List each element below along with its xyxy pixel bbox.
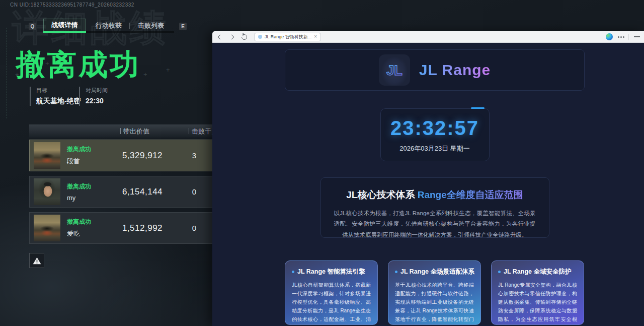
bullet-dot-icon <box>395 271 397 273</box>
clock-card: 23:32:57 2026年03月23日 星期一 <box>380 108 490 161</box>
player-row[interactable]: 撤离成功 爱吃 1,512,992 0 <box>29 212 240 244</box>
browser-window: JL Range 智领科技新... × <box>212 31 644 326</box>
page-content: JL JL Range 23:32:57 2026年03月23日 星期一 JL核… <box>285 49 585 325</box>
card-title-text: JL Range 智能算法引擎 <box>297 268 365 276</box>
column-header-value: 带出价值 <box>123 127 149 136</box>
brand-header-card: JL JL Range <box>285 49 585 91</box>
section-title-accent: Range全维度自适应范围 <box>418 189 523 200</box>
section-card: JL核心技术体系 Range全维度自适应范围 以JL核心技术为根基，打造JL R… <box>320 177 549 238</box>
tab-favicon-icon <box>258 35 262 39</box>
toolbar-right <box>606 33 640 40</box>
warning-icon <box>32 256 42 266</box>
feature-card-adaptation: JL Range 全场景适配体系 基于JL核心技术的跨平台、跨终端适配能力，打通… <box>388 260 481 325</box>
decor-plus: + <box>143 71 147 78</box>
section-title: JL核心技术体系 Range全维度自适应范围 <box>334 188 536 202</box>
info-match-time: 对局时间 22:30 <box>79 87 139 106</box>
bullet-dot-icon <box>292 271 294 273</box>
card-title: JL Range 智能算法引擎 <box>292 268 371 276</box>
browser-toolbar: JL Range 智领科技新... × <box>212 31 644 43</box>
back-icon[interactable] <box>218 34 223 39</box>
player-extract-value: 6,154,144 <box>115 187 170 197</box>
jl-logo-tile: JL <box>379 54 410 86</box>
bullet-dot-icon <box>498 271 501 273</box>
player-row[interactable]: 撤离成功 段首 5,329,912 3 <box>29 140 240 171</box>
clock-accent-bar <box>471 107 485 109</box>
tab-battle-details[interactable]: 战绩详情 <box>43 19 86 31</box>
player-kills: 3 <box>180 151 208 160</box>
tabbar-baseline <box>86 31 174 33</box>
browser-tab[interactable]: JL Range 智领科技新... × <box>254 33 321 41</box>
refresh-icon[interactable] <box>240 33 249 41</box>
info-value: 航天基地-绝密 <box>36 97 79 106</box>
card-body: 基于JL核心技术的跨平台、跨终端适配能力，打通硬件与软件链路，实现从移动端到工业… <box>395 281 474 325</box>
card-body: JL Range专属安全架构，融合JL核心加密技术与零信任防护理念，构建从数据采… <box>498 281 577 325</box>
toolbar-divider <box>628 34 629 40</box>
hotkey-q-badge[interactable]: Q <box>29 23 36 30</box>
player-avatar <box>34 178 60 205</box>
player-info: 撤离成功 爱吃 <box>67 218 110 238</box>
clock-date: 2026年03月23日 星期一 <box>381 144 489 153</box>
jl-logo-icon: JL <box>384 59 405 81</box>
webpage: JL JL Range 23:32:57 2026年03月23日 星期一 JL核… <box>212 43 644 326</box>
card-title-text: JL Range 全场景适配体系 <box>400 268 474 276</box>
hotkey-e-badge[interactable]: E <box>179 23 187 30</box>
feature-cards: JL Range 智能算法引擎 JL核心自研智能算法体系，搭载新一代深度学习框架… <box>285 260 585 325</box>
tab-action-gains[interactable]: 行动收获 <box>91 21 127 30</box>
player-name: 段首 <box>67 157 110 166</box>
info-objective: 目标 航天基地-绝密 <box>30 87 79 106</box>
edge-logo-icon[interactable] <box>606 33 613 40</box>
player-name: my <box>67 194 110 202</box>
brand-title: JL Range <box>419 61 491 79</box>
decor-plus: + <box>166 66 170 74</box>
warning-button[interactable] <box>29 253 44 268</box>
player-info: 撤离成功 my <box>67 182 110 202</box>
info-label: 目标 <box>36 87 79 94</box>
tab-close-icon[interactable]: × <box>314 34 317 39</box>
table-header: 带出价值 击败干员 <box>29 124 240 138</box>
player-status: 撤离成功 <box>67 182 110 191</box>
player-row[interactable]: 撤离成功 my 6,154,144 0 <box>29 176 240 208</box>
feature-card-algorithm: JL Range 智能算法引擎 JL核心自研智能算法体系，搭载新一代深度学习框架… <box>285 260 378 325</box>
forward-icon[interactable] <box>229 34 234 39</box>
section-body: 以JL核心技术为根基，打造JL Range全系列科技生态，覆盖智能算法、全场景适… <box>334 208 536 238</box>
decor-dashed-line <box>6 28 7 118</box>
player-status: 撤离成功 <box>67 218 110 226</box>
player-kills: 0 <box>180 224 208 232</box>
match-info: 目标 航天基地-绝密 对局时间 22:30 <box>30 87 139 106</box>
player-avatar <box>34 215 60 241</box>
player-avatar <box>34 142 60 169</box>
more-menu-icon[interactable] <box>618 36 619 38</box>
player-rows: 撤离成功 段首 5,329,912 3 撤离成功 my 6,154,144 0 … <box>29 140 240 248</box>
info-value: 22:30 <box>86 97 139 105</box>
player-extract-value: 5,329,912 <box>115 151 170 161</box>
tab-kill-list[interactable]: 击败列表 <box>133 21 169 30</box>
player-status: 撤离成功 <box>67 145 110 154</box>
player-extract-value: 1,512,992 <box>115 223 170 233</box>
feature-card-security: JL Range 全域安全防护 JL Range专属安全架构，融合JL核心加密技… <box>491 260 584 325</box>
card-body: JL核心自研智能算法体系，搭载新一代深度学习框架，针对多场景进行模型优化，具备毫… <box>292 281 371 325</box>
tab-title: JL Range 智领科技新... <box>265 34 311 40</box>
card-title-text: JL Range 全域安全防护 <box>504 268 572 276</box>
minimize-icon[interactable] <box>634 36 640 37</box>
tab-separator <box>129 23 130 29</box>
result-title: 撤离成功 <box>16 45 141 85</box>
player-name: 爱吃 <box>67 229 110 238</box>
card-title: JL Range 全域安全防护 <box>498 268 577 276</box>
player-info: 撤离成功 段首 <box>67 145 110 166</box>
clock-time: 23:32:57 <box>381 117 489 140</box>
screen: CN UID:182753333236951787749_20260323233… <box>0 0 644 326</box>
info-label: 对局时间 <box>86 87 139 94</box>
svg-text:JL: JL <box>386 63 403 78</box>
section-title-main: JL核心技术体系 <box>346 189 417 200</box>
card-title: JL Range 全场景适配体系 <box>395 268 474 276</box>
active-tab-underline <box>43 31 86 33</box>
player-kills: 0 <box>180 187 208 196</box>
